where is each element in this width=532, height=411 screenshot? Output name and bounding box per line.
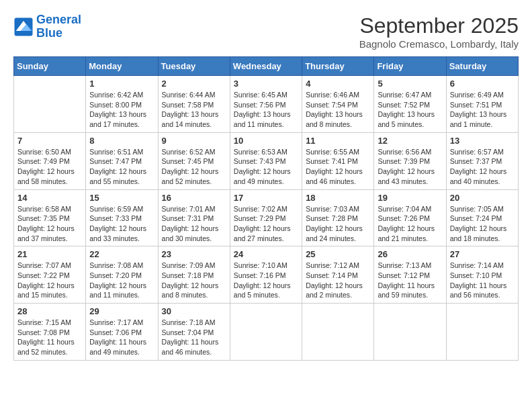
day-number: 3 <box>234 79 298 89</box>
day-info: Sunrise: 7:13 AMSunset: 7:12 PMDaylight:… <box>378 261 442 300</box>
day-number: 28 <box>17 306 82 316</box>
calendar-cell: 25Sunrise: 7:12 AMSunset: 7:14 PMDayligh… <box>302 246 374 304</box>
calendar-cell: 19Sunrise: 7:04 AMSunset: 7:26 PMDayligh… <box>374 189 446 246</box>
day-info: Sunrise: 6:50 AMSunset: 7:49 PMDaylight:… <box>17 147 82 187</box>
day-number: 25 <box>306 249 370 259</box>
day-info: Sunrise: 6:56 AMSunset: 7:39 PMDaylight:… <box>378 147 442 187</box>
day-number: 15 <box>89 193 154 203</box>
calendar-cell: 6Sunrise: 6:49 AMSunset: 7:51 PMDaylight… <box>446 76 518 133</box>
weekday-header-row: SundayMondayTuesdayWednesdayThursdayFrid… <box>14 57 519 76</box>
day-number: 4 <box>306 79 370 89</box>
day-number: 23 <box>162 249 226 259</box>
day-number: 6 <box>450 79 515 89</box>
day-number: 12 <box>378 136 442 146</box>
day-number: 21 <box>17 249 82 259</box>
calendar-cell: 21Sunrise: 7:07 AMSunset: 7:22 PMDayligh… <box>14 246 86 304</box>
calendar-cell: 1Sunrise: 6:42 AMSunset: 8:00 PMDaylight… <box>86 76 158 133</box>
day-number: 8 <box>89 136 154 146</box>
day-number: 14 <box>17 193 82 203</box>
weekday-header-saturday: Saturday <box>446 57 518 76</box>
day-number: 29 <box>89 306 154 316</box>
calendar-cell: 3Sunrise: 6:45 AMSunset: 7:56 PMDaylight… <box>230 76 302 133</box>
day-number: 1 <box>89 79 154 89</box>
calendar-cell: 13Sunrise: 6:57 AMSunset: 7:37 PMDayligh… <box>446 132 518 189</box>
calendar-cell: 5Sunrise: 6:47 AMSunset: 7:52 PMDaylight… <box>374 76 446 133</box>
page-title: September 2025 <box>359 13 519 38</box>
day-info: Sunrise: 6:47 AMSunset: 7:52 PMDaylight:… <box>378 90 442 130</box>
day-number: 11 <box>306 136 370 146</box>
calendar-cell: 23Sunrise: 7:09 AMSunset: 7:18 PMDayligh… <box>158 246 230 304</box>
calendar-cell: 24Sunrise: 7:10 AMSunset: 7:16 PMDayligh… <box>230 246 302 304</box>
calendar-cell: 14Sunrise: 6:58 AMSunset: 7:35 PMDayligh… <box>14 189 86 246</box>
day-info: Sunrise: 7:18 AMSunset: 7:04 PMDaylight:… <box>162 318 226 357</box>
day-number: 7 <box>17 136 82 146</box>
day-info: Sunrise: 6:44 AMSunset: 7:58 PMDaylight:… <box>162 90 226 130</box>
weekday-header-monday: Monday <box>86 57 158 76</box>
day-number: 24 <box>234 249 298 259</box>
day-info: Sunrise: 7:12 AMSunset: 7:14 PMDaylight:… <box>306 261 370 300</box>
week-row-2: 7Sunrise: 6:50 AMSunset: 7:49 PMDaylight… <box>14 132 519 189</box>
weekday-header-sunday: Sunday <box>14 57 86 76</box>
day-info: Sunrise: 7:14 AMSunset: 7:10 PMDaylight:… <box>450 261 515 300</box>
calendar-cell: 15Sunrise: 6:59 AMSunset: 7:33 PMDayligh… <box>86 189 158 246</box>
day-info: Sunrise: 6:46 AMSunset: 7:54 PMDaylight:… <box>306 90 370 130</box>
day-info: Sunrise: 7:09 AMSunset: 7:18 PMDaylight:… <box>162 261 226 300</box>
day-number: 17 <box>234 193 298 203</box>
calendar-cell: 10Sunrise: 6:53 AMSunset: 7:43 PMDayligh… <box>230 132 302 189</box>
calendar-cell: 7Sunrise: 6:50 AMSunset: 7:49 PMDaylight… <box>14 132 86 189</box>
day-info: Sunrise: 7:17 AMSunset: 7:06 PMDaylight:… <box>89 318 154 357</box>
day-number: 13 <box>450 136 515 146</box>
calendar-cell <box>302 304 374 361</box>
day-info: Sunrise: 6:55 AMSunset: 7:41 PMDaylight:… <box>306 147 370 187</box>
calendar-cell <box>374 304 446 361</box>
day-info: Sunrise: 7:05 AMSunset: 7:24 PMDaylight:… <box>450 204 515 244</box>
calendar-cell: 2Sunrise: 6:44 AMSunset: 7:58 PMDaylight… <box>158 76 230 133</box>
day-info: Sunrise: 6:53 AMSunset: 7:43 PMDaylight:… <box>234 147 298 187</box>
day-number: 5 <box>378 79 442 89</box>
calendar-cell: 11Sunrise: 6:55 AMSunset: 7:41 PMDayligh… <box>302 132 374 189</box>
day-info: Sunrise: 6:42 AMSunset: 8:00 PMDaylight:… <box>89 90 154 130</box>
day-number: 26 <box>378 249 442 259</box>
day-number: 2 <box>162 79 226 89</box>
calendar-cell: 17Sunrise: 7:02 AMSunset: 7:29 PMDayligh… <box>230 189 302 246</box>
week-row-3: 14Sunrise: 6:58 AMSunset: 7:35 PMDayligh… <box>14 189 519 246</box>
day-number: 19 <box>378 193 442 203</box>
calendar-cell: 9Sunrise: 6:52 AMSunset: 7:45 PMDaylight… <box>158 132 230 189</box>
day-number: 30 <box>162 306 226 316</box>
calendar-cell: 18Sunrise: 7:03 AMSunset: 7:28 PMDayligh… <box>302 189 374 246</box>
day-number: 22 <box>89 249 154 259</box>
day-number: 16 <box>162 193 226 203</box>
weekday-header-tuesday: Tuesday <box>158 57 230 76</box>
day-number: 27 <box>450 249 515 259</box>
day-info: Sunrise: 6:59 AMSunset: 7:33 PMDaylight:… <box>89 204 154 244</box>
header: General Blue September 2025 Bagnolo Crem… <box>13 13 519 50</box>
day-info: Sunrise: 7:07 AMSunset: 7:22 PMDaylight:… <box>17 261 82 300</box>
day-number: 18 <box>306 193 370 203</box>
calendar-cell: 22Sunrise: 7:08 AMSunset: 7:20 PMDayligh… <box>86 246 158 304</box>
week-row-5: 28Sunrise: 7:15 AMSunset: 7:08 PMDayligh… <box>14 304 519 361</box>
calendar-cell: 30Sunrise: 7:18 AMSunset: 7:04 PMDayligh… <box>158 304 230 361</box>
title-area: September 2025 Bagnolo Cremasco, Lombard… <box>359 13 519 50</box>
calendar-table: SundayMondayTuesdayWednesdayThursdayFrid… <box>13 56 519 361</box>
day-info: Sunrise: 7:10 AMSunset: 7:16 PMDaylight:… <box>234 261 298 300</box>
logo-text: General Blue <box>36 13 81 40</box>
calendar-cell <box>446 304 518 361</box>
calendar-cell: 8Sunrise: 6:51 AMSunset: 7:47 PMDaylight… <box>86 132 158 189</box>
weekday-header-thursday: Thursday <box>302 57 374 76</box>
weekday-header-wednesday: Wednesday <box>230 57 302 76</box>
day-number: 10 <box>234 136 298 146</box>
day-info: Sunrise: 6:51 AMSunset: 7:47 PMDaylight:… <box>89 147 154 187</box>
day-info: Sunrise: 7:08 AMSunset: 7:20 PMDaylight:… <box>89 261 154 300</box>
weekday-header-friday: Friday <box>374 57 446 76</box>
day-info: Sunrise: 6:49 AMSunset: 7:51 PMDaylight:… <box>450 90 515 130</box>
day-info: Sunrise: 7:01 AMSunset: 7:31 PMDaylight:… <box>162 204 226 244</box>
day-info: Sunrise: 6:52 AMSunset: 7:45 PMDaylight:… <box>162 147 226 187</box>
logo: General Blue <box>13 13 81 40</box>
day-number: 20 <box>450 193 515 203</box>
calendar-cell: 12Sunrise: 6:56 AMSunset: 7:39 PMDayligh… <box>374 132 446 189</box>
day-info: Sunrise: 7:02 AMSunset: 7:29 PMDaylight:… <box>234 204 298 244</box>
day-number: 9 <box>162 136 226 146</box>
calendar-cell: 20Sunrise: 7:05 AMSunset: 7:24 PMDayligh… <box>446 189 518 246</box>
calendar-cell <box>14 76 86 133</box>
day-info: Sunrise: 7:15 AMSunset: 7:08 PMDaylight:… <box>17 318 82 357</box>
